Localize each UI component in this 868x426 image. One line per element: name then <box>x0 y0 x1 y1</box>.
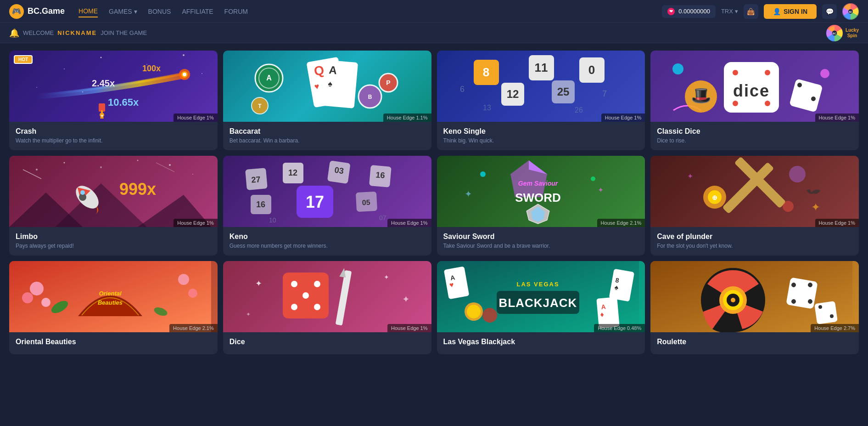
svg-point-121 <box>41 298 50 307</box>
svg-text:✦: ✦ <box>402 294 410 304</box>
svg-point-131 <box>314 281 320 287</box>
game-card-blackjack[interactable]: A ♥ 8 ♠ A ♦ LAS VEGAS BLACKJACK <box>437 261 645 354</box>
svg-point-11 <box>36 87 37 88</box>
svg-point-60 <box>765 101 770 106</box>
game-card-classic-dice[interactable]: dice 🎩 House Edge 1% Classic D <box>650 51 859 150</box>
svg-text:17: 17 <box>306 193 324 211</box>
game-desc-limbo: Pays always get repaid! <box>16 243 211 249</box>
nav-item-bonus[interactable]: BONUS <box>148 6 171 17</box>
svg-text:⊕: ⊕ <box>712 194 717 201</box>
house-edge-badge-baccarat: House Edge 1.1% <box>383 114 431 122</box>
svg-text:6: 6 <box>460 85 465 94</box>
game-card-keno-single[interactable]: 8 11 0 12 25 6 7 13 26 House Edge 1% <box>437 51 645 150</box>
game-info-blackjack: Las Vegas Blackjack <box>437 332 645 354</box>
game-card-cave-of-plunder[interactable]: ⊕ ✦ ✦ House Edge 1% Cave of plunder For … <box>650 156 859 256</box>
svg-point-129 <box>291 281 297 287</box>
svg-rect-30 <box>322 60 358 108</box>
main-nav: HOME GAMES ▾ BONUS AFFILIATE FORUM <box>78 6 248 17</box>
svg-text:8: 8 <box>482 65 489 79</box>
svg-text:999x: 999x <box>119 180 156 199</box>
svg-text:BLACKJACK: BLACKJACK <box>498 296 577 310</box>
sign-in-button[interactable]: 👤 SIGN IN <box>764 4 817 19</box>
svg-text:♦: ♦ <box>599 310 604 318</box>
svg-point-119 <box>30 282 44 295</box>
house-edge-badge-oriental-beauties: House Edge 2.1% <box>169 324 218 332</box>
svg-point-114 <box>789 166 806 182</box>
balance-widget[interactable]: ❤ 0.00000000 <box>662 5 716 18</box>
svg-point-122 <box>178 274 189 285</box>
chevron-down-icon: ▾ <box>134 8 137 15</box>
svg-text:16: 16 <box>375 170 385 180</box>
svg-point-58 <box>765 70 770 75</box>
svg-rect-61 <box>789 79 823 112</box>
game-thumb-keno: 27 12 03 16 17 16 05 10 07 <box>223 156 431 227</box>
svg-text:7: 7 <box>602 89 607 98</box>
svg-text:12: 12 <box>506 88 519 100</box>
game-desc-classic-dice: Dice to rise. <box>657 137 852 144</box>
game-info-oriental-beauties: Oriental Beauties <box>9 332 218 354</box>
nav-item-forum[interactable]: FORUM <box>224 6 248 17</box>
svg-text:Oriental: Oriental <box>99 290 122 297</box>
game-thumb-roulette: House Edge 2.7% <box>650 261 859 332</box>
game-card-crash[interactable]: 2.45x 100x 10.65x ★ HOT House Edge 1% Cr… <box>9 51 218 150</box>
svg-rect-168 <box>814 301 838 324</box>
logo[interactable]: 🎮 BC.Game <box>9 4 65 19</box>
house-edge-badge-roulette: House Edge 2.7% <box>811 324 859 332</box>
game-title-blackjack: Las Vegas Blackjack <box>443 338 639 346</box>
nav-item-games[interactable]: GAMES ▾ <box>109 6 137 17</box>
wallet-icon: 👜 <box>747 8 755 15</box>
svg-text:✦: ✦ <box>811 201 820 213</box>
svg-point-69 <box>137 160 139 161</box>
svg-point-68 <box>100 166 102 168</box>
svg-point-70 <box>169 164 171 166</box>
svg-point-152 <box>482 308 497 323</box>
game-title-classic-dice: Classic Dice <box>657 127 852 136</box>
svg-point-10 <box>202 73 202 74</box>
game-card-saviour-sword[interactable]: Gem Saviour SWORD ✦ ✦ House Edge 2.1% Sa… <box>437 156 645 256</box>
game-thumb-crash: 2.45x 100x 10.65x ★ HOT House Edge 1% <box>9 51 218 122</box>
lucky-spin-right[interactable]: BC LuckySpin <box>826 25 859 41</box>
svg-point-115 <box>783 201 794 212</box>
svg-point-53 <box>672 63 683 74</box>
game-card-oriental-beauties[interactable]: Oriental Beauties House Edge 2.1% Orient… <box>9 261 218 354</box>
lucky-spin-widget[interactable]: BC <box>842 3 859 20</box>
game-desc-baccarat: Bet baccarat. Win a barbara. <box>230 137 425 144</box>
game-desc-cave-of-plunder: For the slot you don't yet know. <box>657 243 852 249</box>
game-card-keno[interactable]: 27 12 03 16 17 16 05 10 07 <box>223 156 431 256</box>
svg-text:✦: ✦ <box>687 172 693 180</box>
game-card-roulette[interactable]: House Edge 2.7% Roulette <box>650 261 859 354</box>
svg-text:2.45x: 2.45x <box>92 78 115 88</box>
svg-rect-163 <box>786 277 818 309</box>
hot-badge: HOT <box>14 55 33 64</box>
svg-point-67 <box>64 162 65 164</box>
game-card-dice-game[interactable]: ✦ ✦ ✦ ✦ House Edge 1% Dice <box>223 261 431 354</box>
currency-selector[interactable]: TRX ▾ <box>721 8 738 15</box>
svg-text:★: ★ <box>101 114 104 117</box>
game-desc-crash: Watch the multiplier go to the infinit. <box>16 137 211 144</box>
game-title-crash: Crash <box>16 127 211 136</box>
svg-point-123 <box>188 289 197 298</box>
svg-text:SWORD: SWORD <box>515 191 561 204</box>
nav-item-affiliate[interactable]: AFFILIATE <box>182 6 213 17</box>
svg-point-151 <box>467 305 481 318</box>
svg-text:✦: ✦ <box>246 311 251 318</box>
game-card-baccarat[interactable]: A Q ♥ A ♠ B P T House Edge 1.1% <box>223 51 431 150</box>
svg-text:✦: ✦ <box>598 186 604 194</box>
house-edge-badge-blackjack: House Edge 0.48% <box>594 324 645 332</box>
nav-item-home[interactable]: HOME <box>78 6 98 17</box>
house-edge-badge-limbo: House Edge 1% <box>174 219 218 227</box>
notification-icon-btn[interactable]: 💬 <box>822 4 837 19</box>
nickname: NICKNAME <box>57 29 97 36</box>
svg-text:26: 26 <box>575 106 583 114</box>
game-thumb-saviour-sword: Gem Saviour SWORD ✦ ✦ House Edge 2.1% <box>437 156 645 227</box>
svg-text:Beauties: Beauties <box>98 299 123 306</box>
lucky-spin-wheel-right: BC <box>826 25 843 41</box>
game-card-limbo[interactable]: 999x House Edge 1% Limbo Pays always get… <box>9 156 218 256</box>
svg-text:11: 11 <box>534 61 548 74</box>
wallet-icon-btn[interactable]: 👜 <box>744 4 758 19</box>
house-edge-badge-crash: House Edge 1% <box>174 114 218 122</box>
game-title-limbo: Limbo <box>16 233 211 241</box>
svg-text:A: A <box>266 74 272 82</box>
house-edge-badge-cave-of-plunder: House Edge 1% <box>815 219 859 227</box>
game-title-oriental-beauties: Oriental Beauties <box>16 338 211 346</box>
